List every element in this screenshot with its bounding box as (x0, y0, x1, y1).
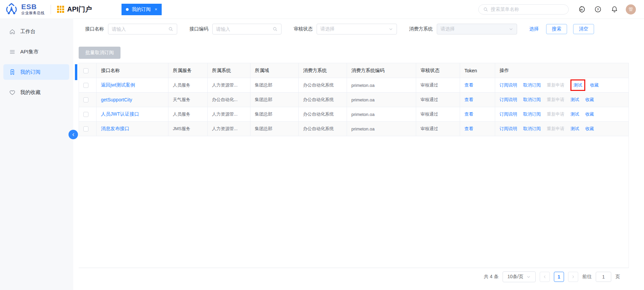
next-page-button[interactable] (568, 272, 578, 282)
favorite-link[interactable]: 收藏 (585, 111, 594, 117)
batch-unsubscribe-button[interactable]: 批量取消订阅 (79, 47, 120, 59)
row-checkbox[interactable] (83, 83, 88, 88)
token-view-link[interactable]: 查看 (464, 97, 473, 102)
row-select-cell (79, 93, 97, 107)
favorite-link[interactable]: 收藏 (585, 126, 594, 132)
test-link[interactable]: 测试 (570, 79, 585, 91)
cell-audit-status: 审核通过 (416, 122, 460, 136)
favorite-link[interactable]: 收藏 (590, 82, 599, 88)
audit-status-text: 审核通过 (421, 82, 438, 88)
top-header: ESB 企业服务总线 API门户 我的订阅 × 搜索菜单名称 AI ? 管 (0, 0, 644, 19)
token-view-link[interactable]: 查看 (464, 126, 473, 131)
tab-close-icon[interactable]: × (155, 7, 157, 12)
consumer-code-text: primeton.oa (351, 83, 375, 88)
chevron-down-icon (509, 27, 513, 31)
interface-name-link[interactable]: getSupportCity (101, 97, 132, 102)
filter-select: 请选择 (437, 24, 517, 34)
row-checkbox[interactable] (83, 126, 88, 131)
page-size-value: 10条/页 (507, 274, 523, 280)
consumer-system-text: 办公自动化系统 (303, 97, 334, 102)
row-checkbox[interactable] (83, 97, 88, 102)
unsubscribe-link[interactable]: 取消订阅 (523, 126, 541, 132)
prev-page-button[interactable] (540, 272, 550, 282)
token-view-link[interactable]: 查看 (464, 82, 473, 88)
filter-text-input[interactable] (212, 24, 281, 34)
filter-text-input[interactable] (108, 24, 177, 34)
brand-name: ESB (21, 3, 45, 10)
row-checkbox[interactable] (83, 112, 88, 117)
header-divider (51, 5, 51, 14)
notification-bell-icon[interactable] (610, 5, 618, 14)
unsubscribe-link[interactable]: 取消订阅 (523, 82, 541, 88)
column-header-6: 消费方系统编码 (347, 63, 416, 78)
cell-actions: 订阅说明取消订阅重新申请测试收藏 (495, 107, 629, 122)
interface-name-link[interactable]: 消息发布接口 (101, 126, 129, 131)
test-link[interactable]: 测试 (570, 97, 579, 103)
search-icon (168, 26, 173, 32)
favorite-link[interactable]: 收藏 (585, 97, 594, 103)
help-icon[interactable]: ? (594, 5, 602, 14)
chevron-right-icon (571, 275, 575, 279)
cell-token: 查看 (460, 107, 495, 122)
filter-input-field[interactable] (112, 26, 168, 32)
goto-page-input[interactable] (596, 272, 611, 282)
main-content: 接口名称接口编码审核状态请选择消费方系统请选择 选择 搜索 清空 批量取消订阅 … (73, 19, 644, 290)
ai-assistant-icon[interactable]: AI (577, 5, 585, 14)
reapply-link: 重新申请 (547, 82, 564, 88)
select-all-checkbox[interactable] (83, 68, 88, 73)
search-icon (483, 7, 488, 12)
row-select-cell (79, 122, 97, 136)
chevron-left-icon (71, 132, 76, 137)
sidebar-collapse-button[interactable] (69, 130, 78, 139)
token-view-link[interactable]: 查看 (464, 112, 473, 117)
cell-consumer-code: primeton.oa (347, 122, 416, 136)
menu-icon (9, 49, 16, 55)
home-icon (9, 28, 16, 35)
page-size-select[interactable]: 10条/页 (503, 271, 536, 282)
goto-label: 前往 (582, 274, 592, 280)
subscription-info-link[interactable]: 订阅说明 (500, 111, 517, 117)
search-button[interactable]: 搜索 (546, 24, 567, 34)
interface-name-link[interactable]: 返回jwt测试案例 (101, 82, 135, 88)
cell-consumer-code: primeton.oa (347, 93, 416, 107)
filter-bar: 接口名称接口编码审核状态请选择消费方系统请选择 选择 搜索 清空 (85, 24, 594, 34)
cell-actions: 订阅说明取消订阅重新申请测试收藏 (495, 93, 629, 107)
brand[interactable]: ESB 企业服务总线 (5, 3, 45, 16)
cell-interface-name: 人员JWT认证接口 (97, 107, 168, 122)
column-header-1: 接口名称 (97, 63, 168, 78)
subscription-info-link[interactable]: 订阅说明 (500, 126, 517, 132)
interface-name-link[interactable]: 人员JWT认证接口 (101, 111, 139, 117)
esb-logo-icon (5, 3, 18, 16)
column-header-8: Token (460, 63, 495, 78)
clear-button[interactable]: 清空 (573, 24, 594, 34)
subscription-info-link[interactable]: 订阅说明 (500, 82, 517, 88)
sidebar-item-4[interactable]: 我的收藏 (3, 84, 69, 100)
page-suffix: 页 (615, 274, 620, 280)
tab-my-subscriptions[interactable]: 我的订阅 × (122, 4, 162, 15)
subscriptions-table: 接口名称所属服务所属系统所属域消费方系统消费方系统编码审核状态Token操作 返… (79, 63, 629, 268)
choose-link[interactable]: 选择 (529, 26, 539, 32)
subscription-info-link[interactable]: 订阅说明 (500, 97, 517, 103)
filter-input-field[interactable] (216, 26, 272, 32)
unsubscribe-link[interactable]: 取消订阅 (523, 97, 541, 103)
menu-search-input[interactable]: 搜索菜单名称 (478, 4, 569, 15)
sidebar-item-1[interactable]: 工作台 (3, 24, 69, 39)
bookmark-plus-icon (9, 69, 16, 75)
current-page-button[interactable]: 1 (554, 272, 564, 282)
chevron-down-icon (388, 27, 393, 31)
filter-select[interactable]: 请选择 (317, 24, 397, 34)
reapply-link: 重新申请 (547, 111, 564, 117)
column-header-9: 操作 (495, 63, 629, 78)
filter-group-2: 接口编码 (189, 24, 281, 34)
sidebar: 工作台API集市我的订阅我的收藏 (0, 19, 73, 290)
menu-search-placeholder: 搜索菜单名称 (491, 6, 519, 13)
unsubscribe-link[interactable]: 取消订阅 (523, 111, 541, 117)
test-link[interactable]: 测试 (570, 126, 579, 132)
filter-label: 消费方系统 (409, 26, 433, 32)
sidebar-item-2[interactable]: API集市 (3, 44, 69, 59)
consumer-code-text: primeton.oa (351, 112, 375, 117)
user-avatar[interactable]: 管 (626, 4, 636, 15)
test-link[interactable]: 测试 (570, 111, 579, 117)
grid-icon (57, 6, 64, 13)
sidebar-item-3[interactable]: 我的订阅 (3, 64, 69, 80)
